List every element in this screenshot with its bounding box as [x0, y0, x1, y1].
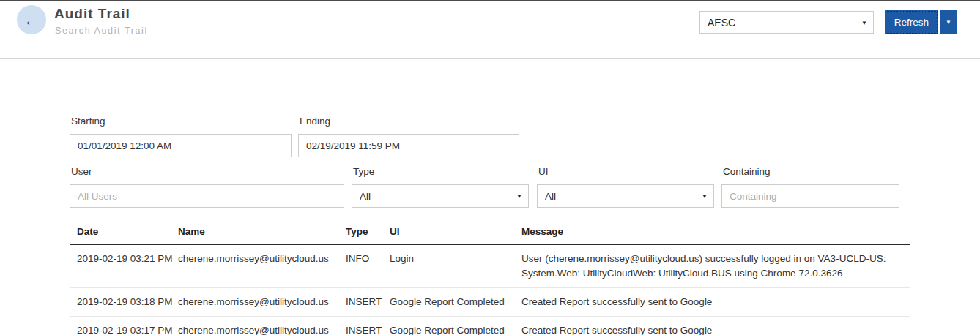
ui-select-wrap: All ▼ [537, 184, 714, 208]
ending-label: Ending [300, 116, 330, 127]
column-header-type: Type [346, 222, 390, 244]
cell-type: INSERT [346, 288, 390, 317]
cell-date: 2019-02-19 03:17 PM [70, 317, 178, 335]
table-row: 2019-02-19 03:21 PM cherene.morrissey@ut… [70, 244, 910, 288]
table-row: 2019-02-19 03:18 PM cherene.morrissey@ut… [70, 288, 910, 317]
cell-name: cherene.morrissey@utilitycloud.us [178, 288, 346, 317]
page-subtitle: Search Audit Trail [55, 26, 148, 36]
page-title: Audit Trail [54, 6, 130, 22]
back-button[interactable]: ← [17, 5, 46, 34]
user-label: User [71, 166, 92, 177]
cell-name: cherene.morrissey@utilitycloud.us [178, 317, 346, 335]
ui-label: UI [538, 166, 549, 177]
starting-date-input[interactable] [70, 134, 292, 157]
cell-message: Created Report successfully sent to Goog… [521, 288, 910, 317]
back-arrow-icon: ← [24, 12, 40, 28]
containing-input[interactable] [721, 184, 899, 208]
user-input[interactable] [70, 184, 344, 208]
cell-type: INSERT [346, 317, 390, 335]
cell-ui: Google Report Completed [390, 288, 521, 317]
column-header-ui: UI [390, 222, 521, 244]
starting-label: Starting [71, 116, 105, 127]
containing-label: Containing [723, 166, 771, 177]
chevron-down-icon: ▼ [946, 19, 951, 26]
cell-date: 2019-02-19 03:21 PM [70, 244, 178, 288]
cell-type: INFO [346, 244, 390, 288]
account-select-wrap: AESC ▼ [699, 11, 874, 34]
column-header-name: Name [178, 222, 346, 244]
refresh-dropdown-button[interactable]: ▼ [940, 10, 957, 34]
cell-ui: Google Report Completed [390, 317, 521, 335]
column-header-date: Date [70, 222, 178, 244]
refresh-button[interactable]: Refresh [885, 10, 938, 34]
account-select[interactable]: AESC [699, 11, 874, 34]
audit-trail-table: Date Name Type UI Message 2019-02-19 03:… [70, 222, 910, 335]
ending-date-input[interactable] [298, 134, 519, 157]
page-header: ← Audit Trail Search Audit Trail AESC ▼ … [0, 0, 980, 59]
type-select[interactable]: All [352, 184, 529, 208]
ui-select[interactable]: All [537, 184, 714, 208]
cell-date: 2019-02-19 03:18 PM [70, 288, 178, 317]
cell-message: Created Report successfully sent to Goog… [521, 317, 910, 335]
type-label: Type [353, 166, 374, 177]
column-header-message: Message [521, 222, 910, 244]
table-row: 2019-02-19 03:17 PM cherene.morrissey@ut… [70, 317, 910, 335]
cell-message: User (cherene.morrissey@utilitycloud.us)… [521, 244, 910, 288]
cell-ui: Login [390, 244, 521, 288]
cell-name: cherene.morrissey@utilitycloud.us [178, 244, 346, 288]
type-select-wrap: All ▼ [352, 184, 529, 208]
table-header-row: Date Name Type UI Message [70, 222, 910, 244]
